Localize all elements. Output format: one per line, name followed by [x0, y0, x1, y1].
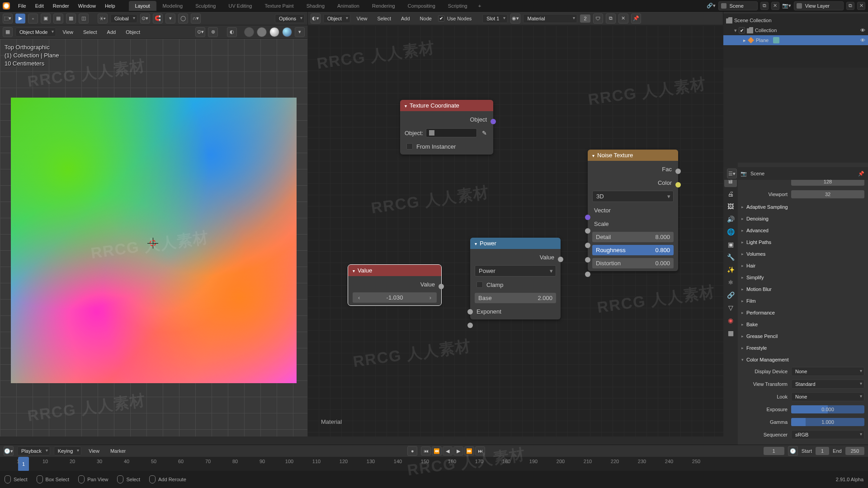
node-value[interactable]: Value Value ‹ -1.030 ›: [348, 265, 441, 305]
pin-icon[interactable]: 📌: [858, 171, 864, 177]
tab-layout[interactable]: Layout: [129, 1, 156, 11]
node-menu-add[interactable]: Add: [397, 14, 414, 23]
material-new-icon[interactable]: ⧉: [606, 14, 616, 23]
overlay-dropdown-icon[interactable]: ⊙▾: [195, 27, 205, 37]
autokey-toggle-icon[interactable]: ●: [407, 446, 417, 456]
shading-wireframe-icon[interactable]: [244, 27, 254, 37]
tab-animation[interactable]: Animation: [331, 1, 366, 11]
input-socket-distortion[interactable]: [585, 272, 590, 277]
select-extend-icon[interactable]: ▣: [41, 14, 51, 23]
select-toggle-icon[interactable]: ▦: [53, 14, 63, 23]
exposure-slider[interactable]: 0.000: [791, 405, 864, 413]
hide-toggle-icon[interactable]: 👁: [860, 28, 865, 33]
input-socket-base[interactable]: [467, 309, 473, 314]
display-device-dropdown[interactable]: None: [791, 367, 864, 376]
select-menu[interactable]: Select: [80, 28, 101, 36]
tree-row-scene-collection[interactable]: Scene Collection: [723, 15, 868, 25]
panel-simplify[interactable]: Simplify: [741, 272, 864, 283]
panel-adaptive-sampling[interactable]: Adaptive Sampling: [741, 202, 864, 212]
view-menu[interactable]: View: [59, 28, 77, 36]
node-menu-node[interactable]: Node: [416, 14, 435, 23]
snap-toggle-icon[interactable]: 🧲: [153, 14, 163, 23]
playback-menu[interactable]: Playback: [17, 446, 50, 455]
shader-node-editor[interactable]: Texture Coordinate Object Object: ✎ From…: [307, 25, 723, 436]
ptab-world[interactable]: 🌐: [724, 226, 737, 238]
output-socket-value[interactable]: [558, 257, 563, 262]
proportional-falloff-icon[interactable]: ∩▾: [191, 14, 201, 23]
panel-hair[interactable]: Hair: [741, 260, 864, 271]
playhead[interactable]: 1: [18, 457, 29, 471]
snap-type-icon[interactable]: ▾: [165, 14, 175, 23]
select-box-icon[interactable]: ▫: [28, 14, 38, 23]
tab-modeling[interactable]: Modeling: [156, 1, 189, 11]
node-texture-coordinate[interactable]: Texture Coordinate Object Object: ✎ From…: [400, 100, 493, 155]
material-browse-icon[interactable]: ◉▾: [510, 14, 520, 23]
options-dropdown[interactable]: Options: [275, 14, 305, 23]
node-noise-texture[interactable]: Noise Texture Fac Color 3D Vector Scale …: [588, 150, 678, 271]
preview-range-icon[interactable]: 🕘: [788, 446, 798, 456]
menu-file[interactable]: File: [14, 1, 31, 10]
proportional-edit-icon[interactable]: ◯: [178, 14, 188, 23]
scene-browse-icon[interactable]: 🔗▾: [707, 3, 716, 9]
add-workspace-button[interactable]: +: [474, 1, 486, 11]
node-menu-select[interactable]: Select: [373, 14, 395, 23]
distortion-number-field[interactable]: Distortion 0.000: [592, 258, 674, 268]
increment-arrow-icon[interactable]: ›: [428, 294, 433, 301]
ptab-particles[interactable]: ✨: [724, 264, 737, 276]
shader-type-dropdown[interactable]: Object: [323, 14, 350, 23]
viewport-samples-field[interactable]: 32: [791, 190, 864, 198]
tab-compositing[interactable]: Compositing: [401, 1, 442, 11]
value-number-field[interactable]: ‹ -1.030 ›: [353, 292, 437, 303]
panel-freestyle[interactable]: Freestyle: [741, 343, 864, 353]
dimensions-dropdown[interactable]: 3D: [592, 191, 674, 202]
operation-dropdown[interactable]: Power: [475, 265, 556, 277]
menu-help[interactable]: Help: [100, 1, 120, 10]
use-nodes-checkbox[interactable]: [438, 15, 444, 22]
roughness-number-field[interactable]: Roughness 0.800: [592, 245, 674, 255]
ptab-texture[interactable]: ▦: [724, 327, 737, 339]
current-frame-field[interactable]: 1: [764, 447, 784, 455]
new-viewlayer-button[interactable]: ⧉: [846, 2, 854, 10]
output-socket-value[interactable]: [439, 284, 444, 289]
look-dropdown[interactable]: None: [791, 392, 864, 401]
view-transform-dropdown[interactable]: Standard: [791, 380, 864, 389]
editor-type-properties-icon[interactable]: ☰▾: [727, 169, 737, 178]
output-socket-color[interactable]: [675, 182, 681, 188]
ptab-modifiers[interactable]: 🔧: [724, 251, 737, 263]
viewlayer-name-field[interactable]: View Layer: [794, 1, 844, 10]
scene-name-field[interactable]: Scene: [718, 1, 758, 10]
hide-toggle-icon[interactable]: 👁: [860, 38, 865, 43]
node-header[interactable]: Value: [348, 265, 441, 276]
input-socket-vector[interactable]: [585, 215, 590, 220]
slot-dropdown[interactable]: Slot 1: [482, 14, 508, 23]
panel-performance[interactable]: Performance: [741, 307, 864, 318]
gamma-slider[interactable]: 1.000: [791, 418, 864, 426]
editor-type-3dview-icon[interactable]: ⬚▾: [3, 14, 13, 23]
shading-rendered-icon[interactable]: [282, 27, 292, 37]
pivot-icon[interactable]: ⊙▾: [140, 14, 150, 23]
tab-shading[interactable]: Shading: [300, 1, 331, 11]
from-instancer-checkbox[interactable]: [406, 143, 413, 150]
select-intersect-icon[interactable]: ◫: [79, 14, 89, 23]
new-scene-button[interactable]: ⧉: [760, 2, 769, 10]
tab-texture-paint[interactable]: Texture Paint: [258, 1, 300, 11]
delete-scene-button[interactable]: ✕: [771, 2, 779, 10]
tab-rendering[interactable]: Rendering: [366, 1, 401, 11]
overlay-toggle-icon[interactable]: ⊗: [208, 27, 218, 37]
tree-row-collection[interactable]: ▾ Collection 👁: [723, 25, 868, 35]
node-header[interactable]: Noise Texture: [588, 150, 678, 161]
viewlayer-browse-icon[interactable]: 📷▾: [782, 3, 791, 9]
viewport-3d[interactable]: Top Orthographic (1) Collection | Plane …: [0, 39, 307, 436]
clamp-checkbox[interactable]: [476, 282, 483, 288]
panel-color-management[interactable]: Color Management: [741, 354, 864, 365]
jump-start-button[interactable]: ⏮: [421, 446, 431, 455]
tree-row-plane[interactable]: ▸ Plane 👁: [723, 35, 868, 45]
shading-matprev-icon[interactable]: [269, 27, 279, 37]
timeline-view-menu[interactable]: View: [85, 447, 103, 455]
play-button[interactable]: ▶: [453, 446, 463, 455]
tab-sculpting[interactable]: Sculpting: [189, 1, 222, 11]
input-socket-roughness[interactable]: [585, 257, 590, 263]
ptab-output[interactable]: 🖨: [724, 188, 737, 200]
outliner-tree[interactable]: Scene Collection ▾ Collection 👁 ▸ Plane …: [723, 14, 868, 47]
timeline-ruler[interactable]: 1 11020304050607080901001101201301401501…: [0, 457, 868, 471]
